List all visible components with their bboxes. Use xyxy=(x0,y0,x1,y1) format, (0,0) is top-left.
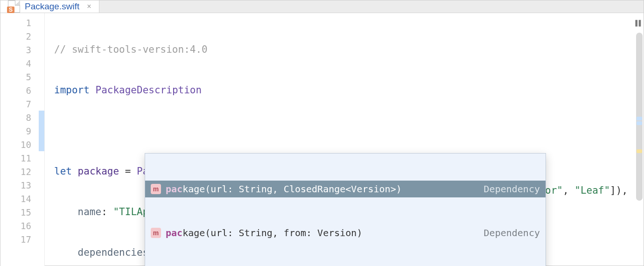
line-number: 17 xyxy=(0,232,44,246)
gutter: 1 2 3 4 5 6 7 8 9 10 11 12 13 14 15 16 1… xyxy=(0,13,45,266)
code-line: import PackageDescription xyxy=(45,84,644,97)
completion-hint: Dependency xyxy=(484,182,540,196)
completion-kind-icon: m xyxy=(151,228,161,238)
line-number: 2 xyxy=(0,29,44,43)
line-number: 9 xyxy=(0,124,44,138)
overview-change-mark xyxy=(637,117,642,120)
line-number: 3 xyxy=(0,43,44,56)
completion-hint: Dependency xyxy=(484,226,540,240)
line-number: 15 xyxy=(0,205,44,219)
line-number: 14 xyxy=(0,192,44,205)
line-number: 11 xyxy=(0,151,44,165)
code-area[interactable]: // swift-tools-version:4.0 import Packag… xyxy=(45,13,644,266)
line-number: 16 xyxy=(0,219,44,232)
line-number: 10 xyxy=(0,138,44,151)
completion-item[interactable]: m package(url: String, from: Version) De… xyxy=(145,224,546,241)
line-number: 7 xyxy=(0,97,44,111)
swift-badge: S xyxy=(7,7,14,13)
line-number: 1 xyxy=(0,16,44,29)
code-fragment-behind-popup: or", "Leaf"]), xyxy=(545,184,628,197)
swift-file-icon: S xyxy=(8,0,20,13)
overview-change-mark xyxy=(637,121,642,125)
tab-title: Package.swift xyxy=(25,1,79,12)
line-number: 8 xyxy=(0,111,44,124)
completion-label: package(url: String, from: Version) xyxy=(166,226,479,240)
line-number: 4 xyxy=(0,56,44,70)
tab-package-swift[interactable]: S Package.swift × xyxy=(0,0,99,13)
completion-label: package(url: String, ClosedRange<Version… xyxy=(166,182,479,196)
line-number: 6 xyxy=(0,84,44,97)
line-number: 13 xyxy=(0,178,44,192)
tab-bar: S Package.swift × xyxy=(0,0,644,13)
completion-popup[interactable]: m package(url: String, ClosedRange<Versi… xyxy=(145,153,546,266)
completion-kind-icon: m xyxy=(151,184,161,194)
completion-item[interactable]: m package(url: String, ClosedRange<Versi… xyxy=(145,181,546,197)
close-icon[interactable]: × xyxy=(84,2,91,11)
line-number: 5 xyxy=(0,70,44,84)
editor-window: S Package.swift × ❚❚ 1 2 3 4 5 6 7 8 9 1… xyxy=(0,0,644,266)
code-line xyxy=(45,124,644,138)
overview-warning-mark xyxy=(637,149,642,153)
overview-ruler[interactable] xyxy=(635,14,643,266)
code-line: // swift-tools-version:4.0 xyxy=(45,43,644,56)
editor-area[interactable]: ❚❚ 1 2 3 4 5 6 7 8 9 10 11 12 13 14 15 1… xyxy=(0,13,644,266)
line-number: 12 xyxy=(0,165,44,178)
